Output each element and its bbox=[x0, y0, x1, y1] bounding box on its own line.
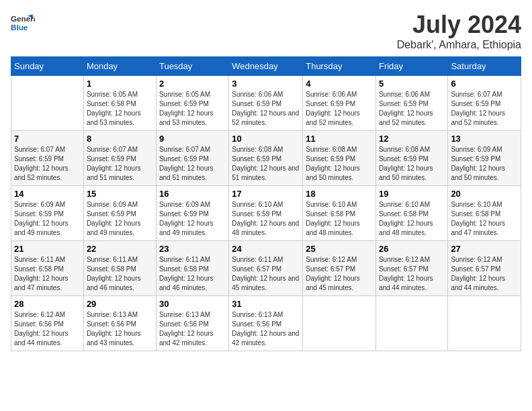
day-info: Sunrise: 6:13 AMSunset: 6:56 PMDaylight:… bbox=[232, 310, 300, 348]
calendar-cell bbox=[375, 296, 447, 351]
day-number: 13 bbox=[451, 134, 518, 144]
day-info: Sunrise: 6:10 AMSunset: 6:59 PMDaylight:… bbox=[232, 200, 300, 238]
day-info: Sunrise: 6:06 AMSunset: 6:59 PMDaylight:… bbox=[379, 90, 445, 128]
calendar-cell: 23Sunrise: 6:11 AMSunset: 6:58 PMDayligh… bbox=[156, 241, 228, 296]
day-number: 15 bbox=[87, 189, 153, 199]
day-info: Sunrise: 6:10 AMSunset: 6:58 PMDaylight:… bbox=[306, 200, 373, 238]
day-info: Sunrise: 6:07 AMSunset: 6:59 PMDaylight:… bbox=[159, 145, 226, 183]
day-number: 30 bbox=[159, 299, 226, 309]
day-number: 1 bbox=[87, 79, 153, 89]
calendar-cell: 21Sunrise: 6:11 AMSunset: 6:58 PMDayligh… bbox=[11, 241, 84, 296]
day-info: Sunrise: 6:05 AMSunset: 6:59 PMDaylight:… bbox=[159, 90, 226, 128]
day-number: 3 bbox=[232, 79, 300, 89]
col-header-friday: Friday bbox=[375, 57, 447, 76]
day-info: Sunrise: 6:08 AMSunset: 6:59 PMDaylight:… bbox=[379, 145, 445, 183]
col-header-saturday: Saturday bbox=[448, 57, 521, 76]
day-number: 5 bbox=[379, 79, 445, 89]
page-header: General Blue July 2024 Debark', Amhara, … bbox=[11, 11, 521, 51]
calendar-cell: 3Sunrise: 6:06 AMSunset: 6:59 PMDaylight… bbox=[229, 76, 303, 131]
day-info: Sunrise: 6:13 AMSunset: 6:56 PMDaylight:… bbox=[159, 310, 226, 348]
calendar-cell: 12Sunrise: 6:08 AMSunset: 6:59 PMDayligh… bbox=[375, 131, 447, 186]
day-number: 27 bbox=[451, 244, 518, 254]
calendar-cell: 31Sunrise: 6:13 AMSunset: 6:56 PMDayligh… bbox=[229, 296, 303, 351]
day-number: 28 bbox=[14, 299, 81, 309]
day-number: 20 bbox=[451, 189, 518, 199]
day-number: 4 bbox=[306, 79, 373, 89]
day-info: Sunrise: 6:08 AMSunset: 6:59 PMDaylight:… bbox=[306, 145, 373, 183]
calendar-cell: 30Sunrise: 6:13 AMSunset: 6:56 PMDayligh… bbox=[156, 296, 228, 351]
day-number: 17 bbox=[232, 189, 300, 199]
day-info: Sunrise: 6:10 AMSunset: 6:58 PMDaylight:… bbox=[379, 200, 445, 238]
calendar-cell bbox=[448, 296, 521, 351]
day-number: 11 bbox=[306, 134, 373, 144]
calendar-cell: 11Sunrise: 6:08 AMSunset: 6:59 PMDayligh… bbox=[303, 131, 376, 186]
calendar-cell: 10Sunrise: 6:08 AMSunset: 6:59 PMDayligh… bbox=[229, 131, 303, 186]
svg-text:Blue: Blue bbox=[11, 23, 28, 32]
calendar-week-row: 7Sunrise: 6:07 AMSunset: 6:59 PMDaylight… bbox=[11, 131, 521, 186]
day-info: Sunrise: 6:12 AMSunset: 6:57 PMDaylight:… bbox=[379, 255, 445, 293]
calendar-cell: 6Sunrise: 6:07 AMSunset: 6:59 PMDaylight… bbox=[448, 76, 521, 131]
calendar-week-row: 21Sunrise: 6:11 AMSunset: 6:58 PMDayligh… bbox=[11, 241, 521, 296]
day-info: Sunrise: 6:06 AMSunset: 6:59 PMDaylight:… bbox=[306, 90, 373, 128]
day-number: 23 bbox=[159, 244, 226, 254]
day-info: Sunrise: 6:10 AMSunset: 6:58 PMDaylight:… bbox=[451, 200, 518, 238]
calendar-cell bbox=[11, 76, 84, 131]
day-number: 12 bbox=[379, 134, 445, 144]
day-number: 2 bbox=[159, 79, 226, 89]
calendar-cell: 1Sunrise: 6:05 AMSunset: 6:58 PMDaylight… bbox=[83, 76, 156, 131]
day-info: Sunrise: 6:09 AMSunset: 6:59 PMDaylight:… bbox=[87, 200, 153, 238]
day-number: 7 bbox=[14, 134, 81, 144]
day-info: Sunrise: 6:07 AMSunset: 6:59 PMDaylight:… bbox=[14, 145, 81, 183]
calendar-cell: 20Sunrise: 6:10 AMSunset: 6:58 PMDayligh… bbox=[448, 186, 521, 241]
calendar-cell: 14Sunrise: 6:09 AMSunset: 6:59 PMDayligh… bbox=[11, 186, 84, 241]
day-number: 26 bbox=[379, 244, 445, 254]
title-area: July 2024 Debark', Amhara, Ethiopia bbox=[397, 11, 521, 51]
location-subtitle: Debark', Amhara, Ethiopia bbox=[397, 39, 521, 51]
day-info: Sunrise: 6:09 AMSunset: 6:59 PMDaylight:… bbox=[14, 200, 81, 238]
logo: General Blue bbox=[11, 11, 35, 35]
day-number: 18 bbox=[306, 189, 373, 199]
calendar-cell: 22Sunrise: 6:11 AMSunset: 6:58 PMDayligh… bbox=[83, 241, 156, 296]
day-number: 14 bbox=[14, 189, 81, 199]
calendar-cell: 5Sunrise: 6:06 AMSunset: 6:59 PMDaylight… bbox=[375, 76, 447, 131]
calendar-cell: 29Sunrise: 6:13 AMSunset: 6:56 PMDayligh… bbox=[83, 296, 156, 351]
calendar-cell: 25Sunrise: 6:12 AMSunset: 6:57 PMDayligh… bbox=[303, 241, 376, 296]
col-header-thursday: Thursday bbox=[303, 57, 376, 76]
calendar-cell: 28Sunrise: 6:12 AMSunset: 6:56 PMDayligh… bbox=[11, 296, 84, 351]
day-number: 6 bbox=[451, 79, 518, 89]
day-number: 31 bbox=[232, 299, 300, 309]
day-number: 29 bbox=[87, 299, 153, 309]
calendar-cell: 4Sunrise: 6:06 AMSunset: 6:59 PMDaylight… bbox=[303, 76, 376, 131]
day-info: Sunrise: 6:11 AMSunset: 6:58 PMDaylight:… bbox=[159, 255, 226, 293]
calendar-cell: 17Sunrise: 6:10 AMSunset: 6:59 PMDayligh… bbox=[229, 186, 303, 241]
day-info: Sunrise: 6:11 AMSunset: 6:58 PMDaylight:… bbox=[87, 255, 153, 293]
day-number: 24 bbox=[232, 244, 300, 254]
calendar-cell: 7Sunrise: 6:07 AMSunset: 6:59 PMDaylight… bbox=[11, 131, 84, 186]
calendar-week-row: 28Sunrise: 6:12 AMSunset: 6:56 PMDayligh… bbox=[11, 296, 521, 351]
calendar-cell: 16Sunrise: 6:09 AMSunset: 6:59 PMDayligh… bbox=[156, 186, 228, 241]
calendar-cell: 24Sunrise: 6:11 AMSunset: 6:57 PMDayligh… bbox=[229, 241, 303, 296]
day-info: Sunrise: 6:09 AMSunset: 6:59 PMDaylight:… bbox=[159, 200, 226, 238]
calendar-cell: 26Sunrise: 6:12 AMSunset: 6:57 PMDayligh… bbox=[375, 241, 447, 296]
day-number: 10 bbox=[232, 134, 300, 144]
day-info: Sunrise: 6:07 AMSunset: 6:59 PMDaylight:… bbox=[451, 90, 518, 128]
day-info: Sunrise: 6:11 AMSunset: 6:58 PMDaylight:… bbox=[14, 255, 81, 293]
calendar-week-row: 14Sunrise: 6:09 AMSunset: 6:59 PMDayligh… bbox=[11, 186, 521, 241]
day-info: Sunrise: 6:11 AMSunset: 6:57 PMDaylight:… bbox=[232, 255, 300, 293]
day-number: 8 bbox=[87, 134, 153, 144]
day-number: 25 bbox=[306, 244, 373, 254]
day-info: Sunrise: 6:06 AMSunset: 6:59 PMDaylight:… bbox=[232, 90, 300, 128]
day-number: 9 bbox=[159, 134, 226, 144]
calendar-cell: 27Sunrise: 6:12 AMSunset: 6:57 PMDayligh… bbox=[448, 241, 521, 296]
calendar-cell: 2Sunrise: 6:05 AMSunset: 6:59 PMDaylight… bbox=[156, 76, 228, 131]
day-info: Sunrise: 6:08 AMSunset: 6:59 PMDaylight:… bbox=[232, 145, 300, 183]
day-info: Sunrise: 6:09 AMSunset: 6:59 PMDaylight:… bbox=[451, 145, 518, 183]
calendar-cell: 19Sunrise: 6:10 AMSunset: 6:58 PMDayligh… bbox=[375, 186, 447, 241]
day-number: 19 bbox=[379, 189, 445, 199]
day-info: Sunrise: 6:05 AMSunset: 6:58 PMDaylight:… bbox=[87, 90, 153, 128]
calendar-cell: 15Sunrise: 6:09 AMSunset: 6:59 PMDayligh… bbox=[83, 186, 156, 241]
calendar-cell: 18Sunrise: 6:10 AMSunset: 6:58 PMDayligh… bbox=[303, 186, 376, 241]
calendar-cell: 13Sunrise: 6:09 AMSunset: 6:59 PMDayligh… bbox=[448, 131, 521, 186]
col-header-tuesday: Tuesday bbox=[156, 57, 228, 76]
month-year-title: July 2024 bbox=[397, 11, 521, 39]
